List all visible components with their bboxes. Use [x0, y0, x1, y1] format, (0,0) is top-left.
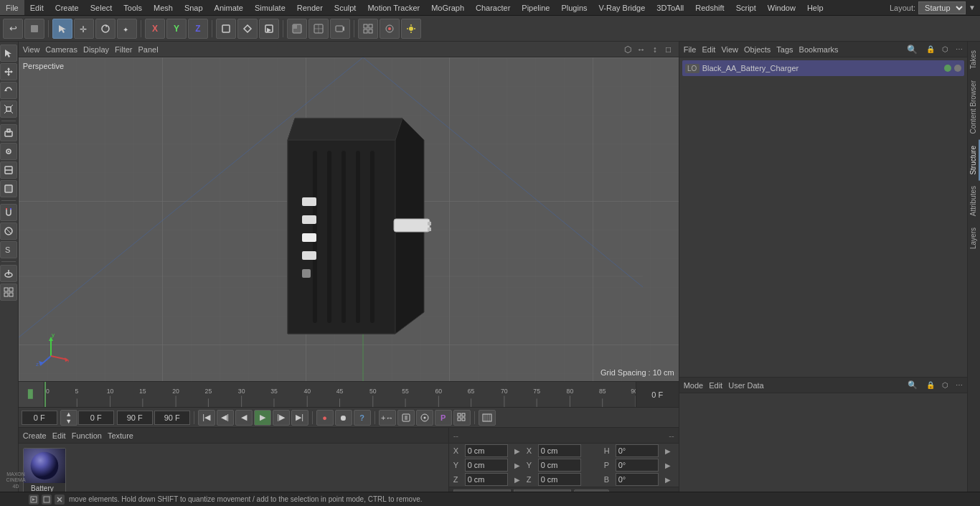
- attr-expand-icon[interactable]: ⬡: [942, 381, 948, 389]
- menu-tools[interactable]: Tools: [118, 0, 148, 15]
- mat-create-menu[interactable]: Create: [23, 431, 47, 440]
- status-icon-1[interactable]: [29, 495, 39, 505]
- end-frame-input2[interactable]: [154, 411, 190, 425]
- viewport-display-menu[interactable]: Display: [83, 45, 109, 54]
- mat-function-menu[interactable]: Function: [72, 431, 102, 440]
- menu-mesh[interactable]: Mesh: [148, 0, 179, 15]
- texture-mode-button[interactable]: [237, 19, 258, 39]
- h-input[interactable]: [616, 444, 659, 457]
- help-button[interactable]: ?: [354, 410, 371, 426]
- tool-obj[interactable]: [0, 124, 17, 141]
- layout-select[interactable]: Startup: [918, 1, 966, 14]
- menu-create[interactable]: Create: [50, 0, 85, 15]
- menu-edit[interactable]: Edit: [24, 0, 50, 15]
- menu-motion-tracker[interactable]: Motion Tracker: [362, 0, 425, 15]
- viewport[interactable]: View Cameras Display Filter Panel ⬡ ↔ ↕ …: [19, 42, 679, 381]
- tool-poly[interactable]: [0, 180, 17, 197]
- viewport-filter-menu[interactable]: Filter: [115, 45, 132, 54]
- model-mode-button[interactable]: [216, 19, 236, 39]
- undo-button[interactable]: ↩: [3, 19, 23, 39]
- viewport-view-menu[interactable]: View: [23, 45, 40, 54]
- record-button[interactable]: ●: [316, 410, 334, 426]
- menu-character[interactable]: Character: [470, 0, 516, 15]
- attr-dots-icon[interactable]: ⋯: [956, 381, 963, 389]
- menu-redshift[interactable]: Redshift: [689, 0, 730, 15]
- tool-edge[interactable]: [0, 161, 17, 179]
- tool-rotate[interactable]: [0, 82, 17, 99]
- menu-3dtoall[interactable]: 3DToAll: [651, 0, 689, 15]
- frame-prev-input-btn[interactable]: ▲▼: [60, 410, 77, 426]
- attr-lock-icon[interactable]: 🔒: [926, 381, 935, 389]
- obj-dots-icon[interactable]: ⋯: [956, 45, 963, 53]
- play-forward-button[interactable]: ▶: [254, 410, 271, 426]
- render-all-button[interactable]: [479, 410, 496, 426]
- menu-select[interactable]: Select: [85, 0, 118, 15]
- material-item[interactable]: Battery_: [23, 448, 66, 497]
- menu-mograph[interactable]: MoGraph: [425, 0, 470, 15]
- menu-snap[interactable]: Snap: [179, 0, 209, 15]
- tool-paint[interactable]: S: [0, 241, 17, 258]
- auto-key-button[interactable]: ⏺: [335, 410, 352, 426]
- tab-takes[interactable]: Takes: [968, 44, 980, 75]
- play-back-button[interactable]: ◀: [235, 410, 253, 426]
- end-frame-input[interactable]: [117, 411, 153, 425]
- menu-help[interactable]: Help: [801, 0, 829, 15]
- viewport-cameras-menu[interactable]: Cameras: [45, 45, 77, 54]
- select-tool-button[interactable]: [52, 19, 72, 39]
- viewport-canvas[interactable]: Perspective: [19, 57, 679, 381]
- step-back-button[interactable]: ◀|: [217, 410, 234, 426]
- go-to-end-button[interactable]: ▶|: [291, 410, 308, 426]
- mat-texture-menu[interactable]: Texture: [108, 431, 133, 440]
- go-to-start-button[interactable]: |◀: [198, 410, 215, 426]
- rotate-tool-button[interactable]: [95, 19, 116, 39]
- obj-view-menu[interactable]: View: [721, 45, 738, 54]
- x-rot-input[interactable]: [538, 444, 581, 457]
- menu-simulate[interactable]: Simulate: [249, 0, 291, 15]
- menu-script[interactable]: Script: [730, 0, 762, 15]
- obj-tags-menu[interactable]: Tags: [776, 45, 793, 54]
- axis-y-button[interactable]: Y: [166, 19, 187, 39]
- attr-mode-menu[interactable]: Mode: [684, 381, 704, 390]
- axis-x-button[interactable]: X: [145, 19, 165, 39]
- menu-window[interactable]: Window: [762, 0, 801, 15]
- tool-knife[interactable]: [0, 222, 17, 240]
- b-arrow-icon[interactable]: ▶: [661, 473, 674, 486]
- start-frame-input[interactable]: [22, 411, 57, 425]
- object-visible-dot[interactable]: [944, 65, 951, 72]
- table-row[interactable]: LO Black_AA_Battery_Charger: [682, 60, 964, 76]
- tool-scale[interactable]: [0, 100, 17, 118]
- attr-userdata-menu[interactable]: User Data: [728, 381, 764, 390]
- keyframe-grid-button[interactable]: [453, 410, 471, 426]
- keyframe-mode-button[interactable]: [397, 410, 415, 426]
- z-pos-arrow-icon[interactable]: ▶: [511, 473, 524, 486]
- render-button[interactable]: [330, 19, 350, 39]
- obj-expand-icon[interactable]: ⬡: [942, 45, 948, 53]
- grid-button[interactable]: [358, 19, 378, 39]
- viewport-shaded-button[interactable]: [287, 19, 307, 39]
- attr-edit-menu[interactable]: Edit: [709, 381, 722, 390]
- obj-search-button[interactable]: 🔍: [907, 44, 918, 55]
- tool-select[interactable]: [0, 44, 17, 62]
- menu-render[interactable]: Render: [291, 0, 329, 15]
- obj-bookmarks-menu[interactable]: Bookmarks: [799, 45, 839, 54]
- viewport-expand-icon[interactable]: ⬡: [622, 44, 633, 55]
- move-tool-button[interactable]: ✛: [74, 19, 94, 39]
- tool-sculpt[interactable]: [0, 265, 17, 282]
- b-input[interactable]: [616, 473, 659, 486]
- menu-pipeline[interactable]: Pipeline: [516, 0, 555, 15]
- z-rot-input[interactable]: [538, 473, 581, 486]
- track-button[interactable]: [416, 410, 433, 426]
- tool-grid2[interactable]: [0, 284, 17, 301]
- tab-layers[interactable]: Layers: [968, 222, 980, 255]
- menu-plugins[interactable]: Plugins: [555, 0, 593, 15]
- menu-animate[interactable]: Animate: [209, 0, 249, 15]
- current-frame-input[interactable]: [78, 411, 114, 425]
- p-input[interactable]: [616, 459, 659, 472]
- light-button[interactable]: [401, 19, 421, 39]
- record-button[interactable]: [380, 19, 400, 39]
- redo-button[interactable]: [24, 19, 44, 39]
- motion-path-button[interactable]: P: [435, 410, 452, 426]
- tab-content-browser[interactable]: Content Browser: [968, 75, 980, 139]
- y-rot-input[interactable]: [538, 459, 581, 472]
- step-forward-button[interactable]: |▶: [273, 410, 290, 426]
